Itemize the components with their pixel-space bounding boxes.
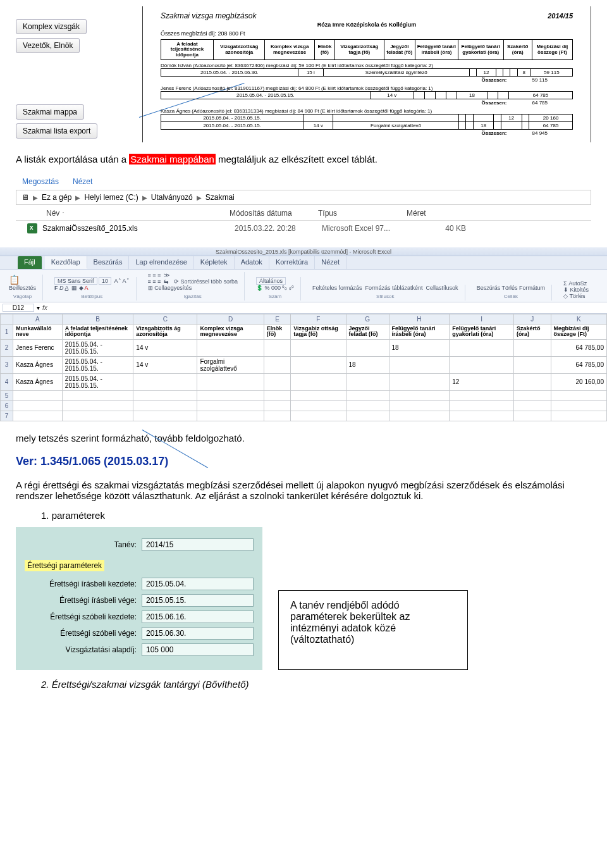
row-number[interactable]: 1 — [1, 325, 13, 340]
col-date[interactable]: Módosítás dátuma — [230, 209, 312, 218]
sheet-column-header[interactable]: E — [264, 314, 291, 325]
paste-icon[interactable]: 📋 — [9, 275, 36, 285]
sheet-cell[interactable] — [264, 400, 291, 411]
fx-icon[interactable]: fx — [42, 304, 47, 311]
sheet-column-header[interactable]: G — [346, 314, 389, 325]
row-number[interactable]: 4 — [1, 373, 13, 390]
sheet-cell[interactable] — [291, 411, 346, 421]
sheet-header-cell[interactable]: Komplex vizsga megnevezése — [197, 325, 264, 340]
sheet-cell[interactable] — [291, 339, 346, 356]
sheet-cell[interactable] — [62, 390, 133, 400]
sheet-cell[interactable] — [264, 373, 291, 390]
sheet-cell[interactable] — [514, 411, 551, 421]
currency-button[interactable]: 💲 — [256, 285, 263, 291]
sheet-cell[interactable] — [133, 373, 197, 390]
sheet-cell[interactable] — [13, 411, 63, 421]
sheet-cell[interactable] — [197, 390, 264, 400]
breadcrumb-app[interactable]: Utalványozó — [151, 193, 193, 202]
format-table-button[interactable]: Formázás táblázatként — [365, 285, 423, 291]
sheet-cell[interactable]: 2015.05.04. - 2015.05.15. — [62, 339, 133, 356]
sheet-cell[interactable]: 18 — [389, 339, 450, 356]
sheet-cell[interactable] — [62, 411, 133, 421]
breadcrumb-folder[interactable]: Szakmai — [205, 193, 235, 202]
sheet-header-cell[interactable]: Elnök (fő) — [264, 325, 291, 340]
sheet-cell[interactable]: 2015.05.04. - 2015.05.15. — [62, 373, 133, 390]
sheet-column-header[interactable]: H — [389, 314, 450, 325]
sheet-column-header[interactable]: C — [133, 314, 197, 325]
sheet-cell[interactable] — [291, 373, 346, 390]
tab-review[interactable]: Korrektúra — [269, 256, 315, 269]
breadcrumb[interactable]: 🖥 ▶ Ez a gép ▶ Helyi lemez (C:) ▶ Utalvá… — [16, 190, 591, 205]
formula-bar[interactable]: D12 ▾ fx — [0, 302, 607, 314]
sheet-header-cell[interactable]: Megbízási díj összege (Ft) — [551, 325, 606, 340]
tab-data[interactable]: Adatok — [235, 256, 269, 269]
sheet-cell[interactable]: Kasza Ágnes — [13, 356, 63, 373]
sheet-cell[interactable] — [346, 373, 389, 390]
sheet-cell[interactable] — [514, 390, 551, 400]
tab-insert[interactable]: Beszúrás — [87, 256, 130, 269]
sheet-cell[interactable] — [264, 356, 291, 373]
explorer-view-tab[interactable]: Nézet — [73, 177, 92, 186]
sheet-cell[interactable] — [450, 390, 514, 400]
font-color-button[interactable]: A — [85, 285, 89, 291]
szobeli-kezdete-input[interactable]: 2015.06.16. — [142, 611, 254, 623]
tab-layout[interactable]: Lap elrendezése — [129, 256, 193, 269]
sheet-cell[interactable] — [133, 400, 197, 411]
irasbeli-vege-input[interactable]: 2015.05.15. — [142, 594, 254, 607]
wrap-text-button[interactable]: ⟳ Sortöréssel több sorba — [174, 278, 238, 285]
sheet-cell[interactable] — [197, 400, 264, 411]
tab-formulas[interactable]: Képletek — [194, 256, 235, 269]
sheet-cell[interactable] — [450, 411, 514, 421]
sheet-cell[interactable] — [389, 390, 450, 400]
sheet-cell[interactable] — [291, 356, 346, 373]
insert-button[interactable]: Beszúrás — [477, 285, 501, 291]
row-number[interactable]: 5 — [1, 390, 13, 400]
vezetok-elnok-button[interactable]: Vezetők, Elnök — [16, 38, 80, 53]
sheet-cell[interactable] — [291, 400, 346, 411]
sheet-cell[interactable] — [264, 339, 291, 356]
sheet-cell[interactable] — [346, 390, 389, 400]
sheet-cell[interactable]: 14 v — [133, 339, 197, 356]
szakmai-mappa-button[interactable]: Szakmai mappa — [16, 104, 84, 120]
sheet-cell[interactable]: Jenes Ferenc — [13, 339, 63, 356]
sheet-column-header[interactable]: I — [450, 314, 514, 325]
sheet-cell[interactable] — [389, 411, 450, 421]
sheet-column-header[interactable]: B — [62, 314, 133, 325]
sheet-cell[interactable] — [197, 411, 264, 421]
cond-format-button[interactable]: Feltételes formázás — [312, 285, 362, 291]
sheet-cell[interactable]: 18 — [346, 356, 389, 373]
sheet-header-cell[interactable]: Jegyzői feladat (fő) — [346, 325, 389, 340]
sheet-cell[interactable] — [450, 339, 514, 356]
sheet-cell[interactable] — [291, 390, 346, 400]
sheet-header-cell[interactable]: Vizsgabizotts ág azonosítója — [133, 325, 197, 340]
row-number[interactable]: 2 — [1, 339, 13, 356]
tab-file[interactable]: Fájl — [18, 256, 42, 269]
sheet-cell[interactable] — [264, 390, 291, 400]
sheet-column-header[interactable]: F — [291, 314, 346, 325]
col-name[interactable]: Név˄ — [46, 209, 223, 218]
cell-styles-button[interactable]: Cellastílusok — [426, 285, 458, 291]
sheet-cell[interactable]: 2015.05.04. - 2015.05.15. — [62, 356, 133, 373]
autosum-button[interactable]: AutoSz — [568, 280, 587, 287]
tab-view[interactable]: Nézet — [315, 256, 346, 269]
sheet-header-cell[interactable]: A feladat teljesítésének időpontja — [62, 325, 133, 340]
italic-button[interactable]: D — [59, 285, 64, 291]
szakmai-lista-export-button[interactable]: Szakmai lista export — [16, 123, 97, 139]
sheet-cell[interactable] — [346, 339, 389, 356]
sheet-cell[interactable] — [389, 356, 450, 373]
sheet-cell[interactable]: 14 v — [133, 356, 197, 373]
spreadsheet[interactable]: ABCDEFGHIJK 1Munkavállaló neveA feladat … — [0, 314, 607, 421]
sheet-cell[interactable] — [62, 400, 133, 411]
sheet-header-cell[interactable]: Vizsgabiz ottság tagja (fő) — [291, 325, 346, 340]
sheet-cell[interactable] — [13, 390, 63, 400]
sheet-cell[interactable]: 64 785,00 — [551, 356, 606, 373]
sheet-column-header[interactable]: J — [514, 314, 551, 325]
underline-button[interactable]: A — [65, 285, 69, 291]
sheet-cell[interactable]: Kasza Ágnes — [13, 373, 63, 390]
row-number[interactable]: 6 — [1, 400, 13, 411]
col-type[interactable]: Típus — [318, 209, 400, 218]
breadcrumb-disk[interactable]: Helyi lemez (C:) — [84, 193, 138, 202]
number-format-select[interactable]: Általános — [256, 277, 286, 285]
sheet-cell[interactable] — [389, 373, 450, 390]
sheet-cell[interactable] — [133, 390, 197, 400]
